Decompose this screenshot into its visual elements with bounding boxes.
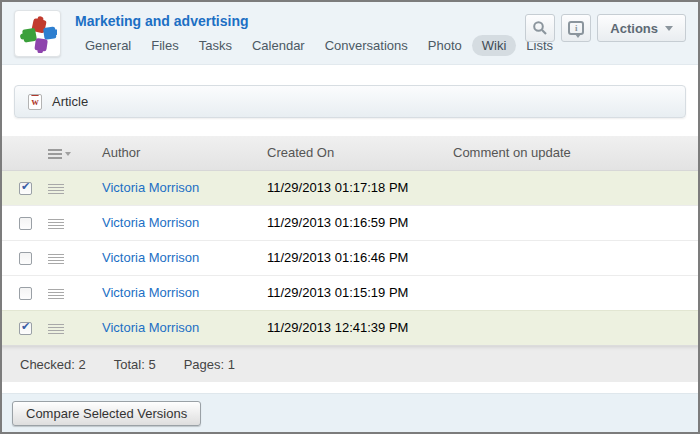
page-title: Marketing and advertising <box>75 13 525 29</box>
search-icon <box>532 20 548 36</box>
row-checkbox-cell <box>2 240 47 275</box>
tab-conversations[interactable]: Conversations <box>315 35 418 56</box>
row-checkbox[interactable] <box>19 182 32 195</box>
column-header-created-on[interactable]: Created On <box>257 136 452 170</box>
app-window: Marketing and advertising GeneralFilesTa… <box>0 0 700 434</box>
version-row: Victoria Morrison11/29/2013 12:41:39 PM <box>2 310 698 345</box>
chevron-down-icon <box>65 152 71 156</box>
row-menu-icon[interactable] <box>48 324 64 325</box>
article-label: Article <box>52 94 88 109</box>
row-checkbox[interactable] <box>19 252 32 265</box>
version-row: Victoria Morrison11/29/2013 01:15:19 PM <box>2 275 698 310</box>
row-menu-icon[interactable] <box>48 184 64 185</box>
tab-general[interactable]: General <box>75 35 141 56</box>
row-checkbox[interactable] <box>19 322 32 335</box>
comment-cell <box>452 275 698 310</box>
row-menu-icon[interactable] <box>48 219 64 220</box>
wiki-document-icon: w <box>28 94 42 110</box>
author-link[interactable]: Victoria Morrison <box>102 215 199 230</box>
tab-bar: GeneralFilesTasksCalendarConversationsPh… <box>75 35 525 56</box>
created-on-cell: 11/29/2013 01:17:18 PM <box>257 170 452 205</box>
row-menu-cell <box>47 310 92 345</box>
row-checkbox[interactable] <box>19 287 32 300</box>
row-checkbox-cell <box>2 310 47 345</box>
info-icon: i <box>568 21 584 35</box>
versions-table: Author Created On Comment on update Vict… <box>2 136 698 345</box>
comment-cell <box>452 240 698 275</box>
table-header-row: Author Created On Comment on update <box>2 136 698 170</box>
row-menu-cell <box>47 275 92 310</box>
pages-count: Pages: 1 <box>184 357 235 372</box>
version-row: Victoria Morrison11/29/2013 01:16:59 PM <box>2 205 698 240</box>
versions-table-body: Victoria Morrison11/29/2013 01:17:18 PMV… <box>2 170 698 345</box>
row-menu-cell <box>47 240 92 275</box>
version-row: Victoria Morrison11/29/2013 01:17:18 PM <box>2 170 698 205</box>
header-main: Marketing and advertising GeneralFilesTa… <box>75 10 525 64</box>
tab-tasks[interactable]: Tasks <box>189 35 242 56</box>
row-checkbox-cell <box>2 170 47 205</box>
version-row: Victoria Morrison11/29/2013 01:16:46 PM <box>2 240 698 275</box>
column-header-comment[interactable]: Comment on update <box>452 136 698 170</box>
puzzle-pieces-icon <box>19 15 57 53</box>
tab-wiki[interactable]: Wiki <box>472 35 517 56</box>
list-settings-icon[interactable] <box>48 149 62 151</box>
tab-calendar[interactable]: Calendar <box>242 35 315 56</box>
row-checkbox-cell <box>2 205 47 240</box>
created-on-cell: 11/29/2013 01:16:46 PM <box>257 240 452 275</box>
created-on-cell: 11/29/2013 12:41:39 PM <box>257 310 452 345</box>
compare-selected-versions-button[interactable]: Compare Selected Versions <box>12 401 201 426</box>
chevron-down-icon <box>665 26 673 31</box>
row-menu-cell <box>47 205 92 240</box>
tab-photo[interactable]: Photo <box>418 35 472 56</box>
column-header-author[interactable]: Author <box>92 136 257 170</box>
project-header: Marketing and advertising GeneralFilesTa… <box>2 2 698 65</box>
search-button[interactable] <box>525 14 555 42</box>
created-on-cell: 11/29/2013 01:16:59 PM <box>257 205 452 240</box>
row-menu-icon[interactable] <box>48 289 64 290</box>
comment-cell <box>452 170 698 205</box>
total-count: Total: 5 <box>114 357 156 372</box>
row-menu-cell <box>47 170 92 205</box>
created-on-cell: 11/29/2013 01:15:19 PM <box>257 275 452 310</box>
article-bar[interactable]: w Article <box>14 85 686 118</box>
tab-files[interactable]: Files <box>141 35 188 56</box>
author-link[interactable]: Victoria Morrison <box>102 250 199 265</box>
author-link[interactable]: Victoria Morrison <box>102 320 199 335</box>
header-buttons: i Actions <box>525 14 686 64</box>
row-menu-icon[interactable] <box>48 254 64 255</box>
bottom-action-bar: Compare Selected Versions <box>2 393 698 432</box>
actions-button[interactable]: Actions <box>597 14 686 42</box>
comment-cell <box>452 205 698 240</box>
author-link[interactable]: Victoria Morrison <box>102 285 199 300</box>
checked-count: Checked: 2 <box>20 357 86 372</box>
row-checkbox-cell <box>2 275 47 310</box>
row-checkbox[interactable] <box>19 217 32 230</box>
header-menu-cell <box>47 136 92 170</box>
comment-cell <box>452 310 698 345</box>
actions-button-label: Actions <box>610 21 658 36</box>
table-footer: Checked: 2 Total: 5 Pages: 1 <box>2 345 698 382</box>
info-button[interactable]: i <box>561 14 591 42</box>
header-checkbox-cell <box>2 136 47 170</box>
author-link[interactable]: Victoria Morrison <box>102 180 199 195</box>
project-logo <box>14 10 61 57</box>
